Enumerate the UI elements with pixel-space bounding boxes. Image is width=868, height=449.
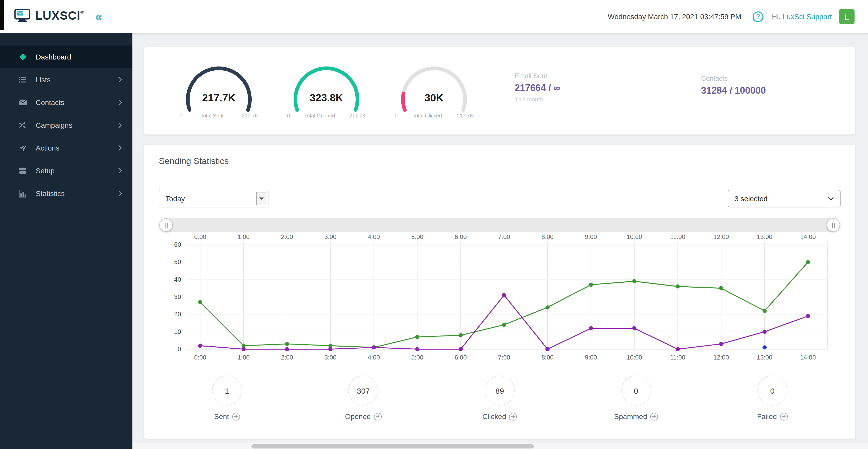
axis-tick-label: 14:00 (800, 233, 816, 240)
sidebar: Dashboard Lists Contacts Campaigns (0, 33, 132, 449)
axis-tick-label: 10:00 (627, 233, 642, 240)
sidebar-item-statistics[interactable]: Statistics (0, 182, 132, 205)
email-sent-period: This month (515, 96, 687, 102)
sidebar-collapse-button[interactable]: « (95, 10, 102, 23)
gauge-max: 217.7K (349, 113, 366, 119)
gauge-min: 0 (287, 113, 290, 119)
gauge-total-opened: 323.8K 0 Total Opened 217.7K (285, 63, 368, 119)
gauge-arc (285, 63, 368, 112)
drag-handle-icon (834, 223, 835, 227)
axis-tick-label: 3:00 (324, 233, 337, 240)
dropdown-arrow-icon[interactable] (256, 192, 267, 205)
line-chart-plot[interactable]: 0102030405060 (159, 242, 841, 353)
chart-range-navigator[interactable] (166, 218, 833, 232)
help-icon[interactable]: ? (753, 11, 764, 22)
badge-opened: 307 Opened (295, 376, 431, 421)
lists-icon (18, 75, 28, 84)
axis-tick-label: 12:00 (713, 233, 729, 240)
arrow-right-icon[interactable] (780, 413, 787, 420)
sidebar-item-label: Dashboard (36, 53, 122, 61)
registered-mark: ® (81, 9, 84, 15)
gauge-min: 0 (180, 113, 182, 119)
totals-badges: 1 Sent 307 Opened 89 Clicked 0 Spammed 0 (159, 376, 841, 421)
luxsci-logo[interactable]: LUXSCI ® (13, 8, 84, 25)
axis-tick-label: 2:00 (281, 233, 293, 240)
sidebar-item-setup[interactable]: Setup (0, 159, 132, 182)
contacts-label: Contacts (701, 74, 855, 82)
badge-spammed: 0 Spammed (568, 376, 704, 421)
badge-value: 307 (348, 376, 378, 406)
axis-tick-label: 11:00 (670, 354, 685, 361)
series-filter-select[interactable]: 3 selected (728, 190, 841, 207)
period-filter-combobox[interactable]: Today (159, 190, 269, 207)
chart-controls: Today 3 selected (159, 190, 841, 207)
send-icon (18, 143, 28, 153)
sidebar-item-actions[interactable]: Actions (0, 136, 132, 159)
axis-tick-label: 1:00 (238, 233, 250, 240)
sidebar-item-label: Statistics (36, 189, 118, 198)
sending-statistics-card: Sending Statistics Today 3 selected (144, 145, 855, 439)
sidebar-item-label: Lists (36, 75, 118, 84)
svg-text:40: 40 (174, 276, 181, 283)
sidebar-item-lists[interactable]: Lists (0, 68, 132, 91)
axis-tick-label: 12:00 (713, 354, 729, 361)
drag-handle-icon (167, 223, 167, 227)
arrow-right-icon[interactable] (374, 413, 382, 420)
gauge-max: 217.7K (457, 113, 473, 119)
sidebar-item-campaigns[interactable]: Campaigns (0, 114, 132, 136)
badge-value: 0 (757, 376, 787, 406)
sidebar-item-contacts[interactable]: Contacts (0, 91, 132, 114)
axis-tick-label: 6:00 (455, 354, 467, 361)
badge-value: 0 (621, 376, 651, 406)
avatar[interactable]: L (839, 9, 855, 24)
horizontal-scrollbar[interactable] (132, 443, 868, 449)
username-link[interactable]: LuxSci Support (783, 12, 832, 21)
svg-text:50: 50 (174, 258, 181, 265)
axis-tick-label: 8:00 (541, 354, 554, 361)
gauge-label: Total Clicked (398, 113, 457, 119)
sidebar-item-dashboard[interactable]: Dashboard (0, 45, 132, 68)
navigator-left-handle[interactable] (159, 218, 173, 232)
campaigns-icon (18, 121, 28, 130)
axis-tick-label: 0:00 (194, 354, 207, 361)
period-filter-value[interactable]: Today (159, 194, 256, 203)
navigator-right-handle[interactable] (827, 218, 840, 232)
badge-failed: 0 Failed (704, 376, 841, 421)
sidebar-item-label: Campaigns (36, 121, 118, 129)
badge-clicked: 89 Clicked (431, 376, 568, 421)
svg-text:60: 60 (174, 242, 181, 248)
sidebar-item-label: Contacts (36, 98, 118, 106)
chevron-right-icon (118, 145, 122, 151)
main-content: 217.7K 0 Total Sent 217.7K 323.8K 0 Tota… (132, 33, 868, 443)
gauge-label: Total Opened (290, 113, 349, 119)
series-filter-value[interactable]: 3 selected (728, 194, 828, 203)
chevron-right-icon (118, 122, 122, 128)
x-axis-labels: 0:001:002:003:004:005:006:007:008:009:00… (159, 353, 841, 362)
drag-handle-icon (832, 223, 833, 227)
bar-chart-icon (18, 189, 28, 198)
arrow-right-icon[interactable] (509, 413, 517, 420)
arrow-right-icon[interactable] (650, 413, 658, 420)
axis-tick-label: 11:00 (670, 233, 685, 240)
axis-tick-label: 7:00 (498, 354, 510, 361)
navigator-axis-labels: 0:001:002:003:004:005:006:007:008:009:00… (159, 232, 841, 242)
axis-tick-label: 9:00 (585, 233, 597, 240)
axis-tick-label: 14:00 (800, 354, 816, 361)
axis-tick-label: 13:00 (757, 354, 772, 361)
badge-label: Opened (345, 412, 371, 421)
email-sent-value: 217664 / ∞ (515, 83, 687, 94)
axis-tick-label: 3:00 (324, 354, 337, 361)
badge-label: Spammed (614, 412, 647, 421)
axis-tick-label: 2:00 (281, 354, 293, 361)
svg-text:30: 30 (174, 293, 181, 300)
dashboard-icon (18, 52, 28, 62)
badge-sent: 1 Sent (159, 376, 295, 421)
panel-title: Sending Statistics (144, 145, 855, 176)
arrow-right-icon[interactable] (232, 413, 240, 420)
logo-text: LUXSCI (35, 8, 81, 23)
sending-statistics-chart: 0:001:002:003:004:005:006:007:008:009:00… (159, 218, 841, 362)
gauge-min: 0 (395, 113, 398, 119)
greeting: Hi, LuxSci Support (772, 12, 832, 21)
scrollbar-thumb[interactable] (251, 444, 534, 448)
app-header: LUXSCI ® « Wednesday March 17, 2021 03:4… (0, 0, 868, 33)
